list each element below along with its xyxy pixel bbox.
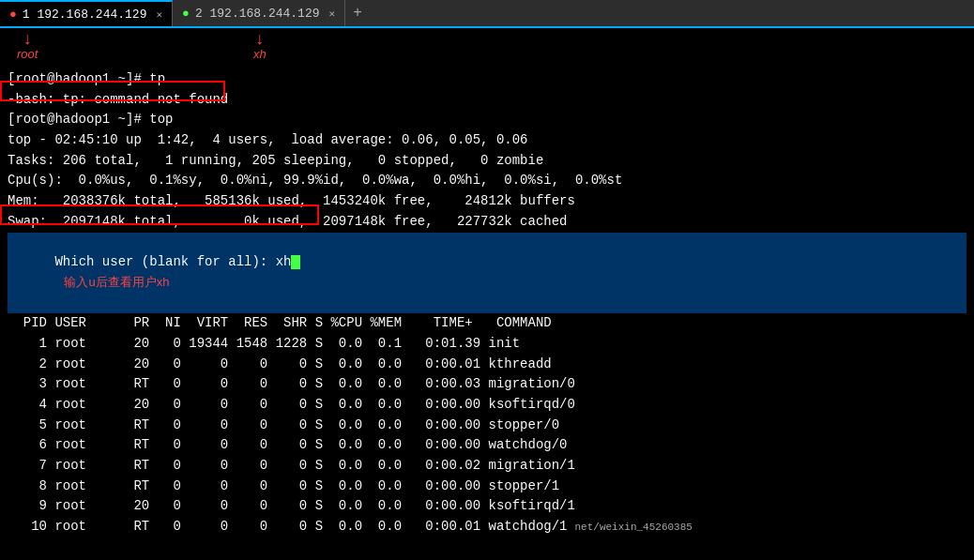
process-row-9: 9 root 20 0 0 0 0 S 0.0 0.0 0:00.00 ksof… <box>8 496 966 517</box>
process-row-4: 4 root 20 0 0 0 0 S 0.0 0.0 0:00.00 ksof… <box>8 395 966 416</box>
process-row-2: 2 root 20 0 0 0 0 S 0.0 0.0 0:00.01 kthr… <box>8 355 966 375</box>
tab-2-label: 2 192.168.244.129 <box>195 7 320 21</box>
cursor <box>291 255 300 269</box>
tab-1-label: 1 192.168.244.129 <box>23 8 147 22</box>
process-row-3: 3 root RT 0 0 0 0 S 0.0 0.0 0:00.03 migr… <box>8 374 966 395</box>
top-info-5: Swap: 2097148k total, 0k used, 2097148k … <box>8 212 966 233</box>
watermark: net/weixin_45260385 <box>575 522 692 533</box>
tab-1-dot: ● <box>9 8 17 22</box>
process-row-8: 8 root RT 0 0 0 0 S 0.0 0.0 0:00.00 stop… <box>8 477 966 497</box>
arrow-spacer <box>8 34 966 69</box>
process-row-1: 1 root 20 0 19344 1548 1228 S 0.0 0.1 0:… <box>8 334 966 355</box>
which-user-line: Which user (blank for all): xh 输入u后查看用户x… <box>8 233 966 314</box>
tab-2[interactable]: ● 2 192.168.244.129 ✕ <box>173 0 345 26</box>
process-header: PID USER PR NI VIRT RES SHR S %CPU %MEM … <box>8 313 966 334</box>
process-row-5: 5 root RT 0 0 0 0 S 0.0 0.0 0:00.00 stop… <box>8 416 966 436</box>
top-info-4: Mem: 2038376k total, 585136k used, 14532… <box>8 191 966 212</box>
terminal-content: [root@hadoop1 ~]# tp -bash: tp: command … <box>8 34 966 537</box>
new-tab-button[interactable]: + <box>345 0 370 26</box>
top-info-2: Tasks: 206 total, 1 running, 205 sleepin… <box>8 151 966 172</box>
tab-2-dot: ● <box>182 7 190 21</box>
tab-2-close[interactable]: ✕ <box>329 8 336 20</box>
tab-bar: ● 1 192.168.244.129 ✕ ● 2 192.168.244.12… <box>0 0 974 28</box>
terminal: ↓ root ↓ xh [root@hadoop1 ~]# tp -bash: … <box>0 28 974 560</box>
process-row-6: 6 root RT 0 0 0 0 S 0.0 0.0 0:00.00 watc… <box>8 435 966 456</box>
error-line: -bash: tp: command not found <box>8 90 966 111</box>
tab-1-close[interactable]: ✕ <box>156 8 162 21</box>
chinese-annotation: 输入u后查看用户xh <box>64 275 169 289</box>
top-info-1: top - 02:45:10 up 1:42, 4 users, load av… <box>8 130 966 151</box>
cmd-top-line: [root@hadoop1 ~]# top <box>8 110 966 130</box>
tab-1[interactable]: ● 1 192.168.244.129 ✕ <box>0 0 173 26</box>
process-row-7: 7 root RT 0 0 0 0 S 0.0 0.0 0:00.02 migr… <box>8 456 966 477</box>
cmd-tp-line: [root@hadoop1 ~]# tp <box>8 69 966 90</box>
top-info-3: Cpu(s): 0.0%us, 0.1%sy, 0.0%ni, 99.9%id,… <box>8 171 966 191</box>
process-row-10: 10 root RT 0 0 0 0 S 0.0 0.0 0:00.01 wat… <box>8 517 966 537</box>
